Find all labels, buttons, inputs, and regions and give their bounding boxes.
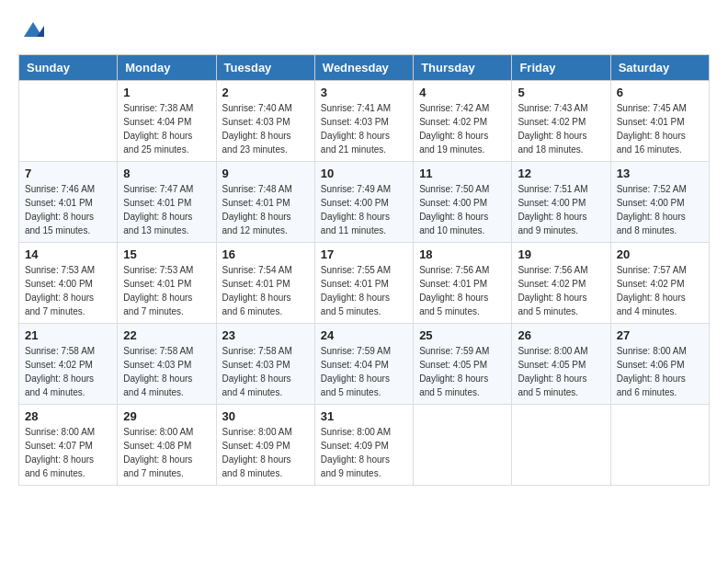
calendar-cell: 15Sunrise: 7:53 AM Sunset: 4:01 PM Dayli… <box>118 242 216 323</box>
calendar-week-row: 28Sunrise: 8:00 AM Sunset: 4:07 PM Dayli… <box>19 404 710 485</box>
day-info: Sunrise: 8:00 AM Sunset: 4:07 PM Dayligh… <box>25 425 111 480</box>
day-number: 20 <box>617 247 703 261</box>
day-number: 3 <box>321 86 407 99</box>
day-number: 26 <box>518 328 604 342</box>
day-info: Sunrise: 7:42 AM Sunset: 4:02 PM Dayligh… <box>419 101 506 156</box>
day-number: 7 <box>25 167 111 180</box>
calendar-header-thursday: Thursday <box>414 54 512 80</box>
day-info: Sunrise: 7:52 AM Sunset: 4:00 PM Dayligh… <box>617 182 703 237</box>
day-number: 1 <box>123 86 210 99</box>
day-number: 19 <box>518 247 604 261</box>
calendar-header-saturday: Saturday <box>610 54 709 80</box>
day-number: 17 <box>321 247 407 261</box>
day-number: 8 <box>123 167 210 180</box>
day-info: Sunrise: 7:58 AM Sunset: 4:02 PM Dayligh… <box>25 344 111 399</box>
calendar-week-row: 1Sunrise: 7:38 AM Sunset: 4:04 PM Daylig… <box>19 80 710 161</box>
calendar-cell: 31Sunrise: 8:00 AM Sunset: 4:09 PM Dayli… <box>314 404 413 485</box>
calendar-cell <box>610 404 709 485</box>
day-info: Sunrise: 7:58 AM Sunset: 4:03 PM Dayligh… <box>222 344 309 399</box>
day-number: 31 <box>321 409 407 423</box>
calendar-cell: 21Sunrise: 7:58 AM Sunset: 4:02 PM Dayli… <box>19 323 118 404</box>
calendar-cell: 12Sunrise: 7:51 AM Sunset: 4:00 PM Dayli… <box>512 161 610 242</box>
page-header <box>18 18 710 49</box>
calendar-cell: 20Sunrise: 7:57 AM Sunset: 4:02 PM Dayli… <box>610 242 709 323</box>
calendar-week-row: 14Sunrise: 7:53 AM Sunset: 4:00 PM Dayli… <box>19 242 710 323</box>
calendar-cell: 7Sunrise: 7:46 AM Sunset: 4:01 PM Daylig… <box>19 161 118 242</box>
day-info: Sunrise: 7:54 AM Sunset: 4:01 PM Dayligh… <box>222 263 309 318</box>
calendar-cell: 14Sunrise: 7:53 AM Sunset: 4:00 PM Dayli… <box>19 242 118 323</box>
day-info: Sunrise: 7:47 AM Sunset: 4:01 PM Dayligh… <box>123 182 210 237</box>
day-info: Sunrise: 8:00 AM Sunset: 4:09 PM Dayligh… <box>222 425 309 480</box>
day-number: 18 <box>419 247 506 261</box>
day-info: Sunrise: 8:00 AM Sunset: 4:09 PM Dayligh… <box>321 425 407 480</box>
calendar-cell: 16Sunrise: 7:54 AM Sunset: 4:01 PM Dayli… <box>216 242 314 323</box>
calendar-cell: 30Sunrise: 8:00 AM Sunset: 4:09 PM Dayli… <box>216 404 314 485</box>
day-info: Sunrise: 7:51 AM Sunset: 4:00 PM Dayligh… <box>518 182 604 237</box>
day-number: 28 <box>25 409 111 423</box>
day-number: 24 <box>321 328 407 342</box>
day-number: 5 <box>518 86 604 99</box>
calendar-cell <box>414 404 512 485</box>
calendar-cell: 19Sunrise: 7:56 AM Sunset: 4:02 PM Dayli… <box>512 242 610 323</box>
calendar-header-row: SundayMondayTuesdayWednesdayThursdayFrid… <box>19 54 710 80</box>
calendar-body: 1Sunrise: 7:38 AM Sunset: 4:04 PM Daylig… <box>19 80 710 485</box>
day-info: Sunrise: 7:49 AM Sunset: 4:00 PM Dayligh… <box>321 182 407 237</box>
day-number: 23 <box>222 328 309 342</box>
calendar-cell: 25Sunrise: 7:59 AM Sunset: 4:05 PM Dayli… <box>414 323 512 404</box>
day-number: 29 <box>123 409 210 423</box>
calendar-cell: 3Sunrise: 7:41 AM Sunset: 4:03 PM Daylig… <box>314 80 413 161</box>
day-info: Sunrise: 8:00 AM Sunset: 4:08 PM Dayligh… <box>123 425 210 480</box>
day-number: 6 <box>617 86 703 99</box>
day-info: Sunrise: 7:53 AM Sunset: 4:00 PM Dayligh… <box>25 263 111 318</box>
calendar-cell: 29Sunrise: 8:00 AM Sunset: 4:08 PM Dayli… <box>118 404 216 485</box>
calendar-cell: 4Sunrise: 7:42 AM Sunset: 4:02 PM Daylig… <box>414 80 512 161</box>
day-info: Sunrise: 7:55 AM Sunset: 4:01 PM Dayligh… <box>321 263 407 318</box>
calendar-cell: 22Sunrise: 7:58 AM Sunset: 4:03 PM Dayli… <box>118 323 216 404</box>
calendar-header-wednesday: Wednesday <box>314 54 413 80</box>
day-info: Sunrise: 7:59 AM Sunset: 4:04 PM Dayligh… <box>321 344 407 399</box>
day-number: 2 <box>222 86 309 99</box>
day-number: 22 <box>123 328 210 342</box>
calendar-cell: 13Sunrise: 7:52 AM Sunset: 4:00 PM Dayli… <box>610 161 709 242</box>
logo <box>18 18 46 49</box>
calendar-cell: 10Sunrise: 7:49 AM Sunset: 4:00 PM Dayli… <box>314 161 413 242</box>
calendar-table: SundayMondayTuesdayWednesdayThursdayFrid… <box>18 54 710 486</box>
calendar-cell <box>19 80 118 161</box>
calendar-week-row: 21Sunrise: 7:58 AM Sunset: 4:02 PM Dayli… <box>19 323 710 404</box>
calendar-cell: 24Sunrise: 7:59 AM Sunset: 4:04 PM Dayli… <box>314 323 413 404</box>
day-number: 12 <box>518 167 604 180</box>
day-info: Sunrise: 7:53 AM Sunset: 4:01 PM Dayligh… <box>123 263 210 318</box>
day-number: 9 <box>222 167 309 180</box>
calendar-cell: 11Sunrise: 7:50 AM Sunset: 4:00 PM Dayli… <box>414 161 512 242</box>
calendar-cell: 1Sunrise: 7:38 AM Sunset: 4:04 PM Daylig… <box>118 80 216 161</box>
day-info: Sunrise: 7:56 AM Sunset: 4:02 PM Dayligh… <box>518 263 604 318</box>
calendar-cell: 9Sunrise: 7:48 AM Sunset: 4:01 PM Daylig… <box>216 161 314 242</box>
calendar-cell: 28Sunrise: 8:00 AM Sunset: 4:07 PM Dayli… <box>19 404 118 485</box>
day-number: 15 <box>123 247 210 261</box>
day-info: Sunrise: 7:59 AM Sunset: 4:05 PM Dayligh… <box>419 344 506 399</box>
day-number: 4 <box>419 86 506 99</box>
day-info: Sunrise: 7:45 AM Sunset: 4:01 PM Dayligh… <box>617 101 703 156</box>
day-number: 14 <box>25 247 111 261</box>
calendar-cell: 17Sunrise: 7:55 AM Sunset: 4:01 PM Dayli… <box>314 242 413 323</box>
logo-icon <box>20 18 46 44</box>
day-number: 30 <box>222 409 309 423</box>
calendar-week-row: 7Sunrise: 7:46 AM Sunset: 4:01 PM Daylig… <box>19 161 710 242</box>
day-info: Sunrise: 7:48 AM Sunset: 4:01 PM Dayligh… <box>222 182 309 237</box>
calendar-header-monday: Monday <box>118 54 216 80</box>
calendar-cell <box>512 404 610 485</box>
day-info: Sunrise: 7:43 AM Sunset: 4:02 PM Dayligh… <box>518 101 604 156</box>
calendar-header-sunday: Sunday <box>19 54 118 80</box>
day-number: 10 <box>321 167 407 180</box>
day-info: Sunrise: 8:00 AM Sunset: 4:05 PM Dayligh… <box>518 344 604 399</box>
day-info: Sunrise: 7:57 AM Sunset: 4:02 PM Dayligh… <box>617 263 703 318</box>
calendar-cell: 23Sunrise: 7:58 AM Sunset: 4:03 PM Dayli… <box>216 323 314 404</box>
day-info: Sunrise: 7:41 AM Sunset: 4:03 PM Dayligh… <box>321 101 407 156</box>
day-info: Sunrise: 7:40 AM Sunset: 4:03 PM Dayligh… <box>222 101 309 156</box>
day-info: Sunrise: 8:00 AM Sunset: 4:06 PM Dayligh… <box>617 344 703 399</box>
day-info: Sunrise: 7:56 AM Sunset: 4:01 PM Dayligh… <box>419 263 506 318</box>
calendar-header-friday: Friday <box>512 54 610 80</box>
day-info: Sunrise: 7:58 AM Sunset: 4:03 PM Dayligh… <box>123 344 210 399</box>
day-info: Sunrise: 7:46 AM Sunset: 4:01 PM Dayligh… <box>25 182 111 237</box>
day-number: 16 <box>222 247 309 261</box>
